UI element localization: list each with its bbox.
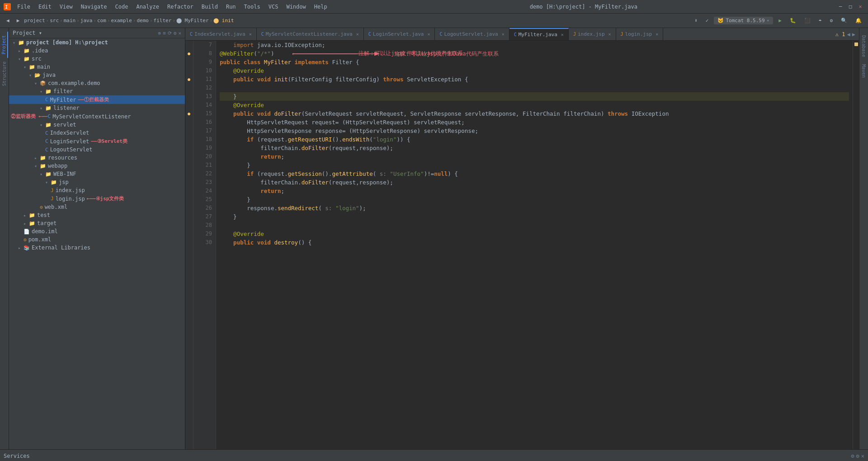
vcs-update-button[interactable]: ⬇ [692,17,700,24]
forward-button[interactable]: ▶ [14,17,23,24]
close-button[interactable]: ✕ [856,3,864,11]
tree-item-servlet-folder[interactable]: ▾ 📁 servlet [9,121,185,129]
services-settings-icon[interactable]: ⚙ [851,453,854,459]
scroll-right-icon[interactable]: ▶ [852,31,855,38]
tree-item-resources[interactable]: ▸ 📁 resources [9,154,185,162]
run-button[interactable]: ▶ [776,17,784,24]
menu-run[interactable]: Run [222,3,240,11]
run-config[interactable]: 🐱 Tomcat 8.5.59 ▾ [714,17,773,24]
close-tab-myfilter[interactable]: ✕ [561,32,564,37]
breadcrumb-example[interactable]: example [111,18,132,24]
close-tab-contextlistener[interactable]: ✕ [356,32,359,37]
settings-tree-icon[interactable]: ⚙ [174,30,177,36]
locate-icon[interactable]: ⊕ [158,30,161,36]
breadcrumb-init[interactable]: ⬤ init [213,18,234,24]
breadcrumb-java[interactable]: java [80,18,93,24]
tab-myfilter[interactable]: C MyFilter.java ✕ [509,28,569,40]
tree-item-target[interactable]: ▸ 📁 target [9,219,185,227]
project-sidebar-icon[interactable]: Project [0,32,8,58]
collapse-icon[interactable]: ≡ [163,30,166,36]
tree-item-java[interactable]: ▾ 📂 java [9,71,185,79]
tree-item-webxml[interactable]: ⚙ web.xml [9,203,185,211]
search-everywhere-button[interactable]: 🔍 [838,17,850,24]
menu-build[interactable]: Build [198,3,222,11]
stop-button[interactable]: ⬛ [802,17,813,24]
tree-item-indexservlet[interactable]: C IndexServlet [9,129,185,137]
editor-scrollbar[interactable] [853,41,859,449]
tab-loginservlet[interactable]: C LoginServlet.java ✕ [364,28,435,40]
breadcrumb-com[interactable]: com [97,18,106,24]
tab-myservletcontextlistener[interactable]: C MyServletContextListener.java ✕ [257,28,364,40]
database-sidebar-icon[interactable]: Database [860,32,867,61]
code-gutter: ● ● ● [185,41,193,449]
tree-item-src[interactable]: ▾ 📁 src [9,55,185,63]
tree-item-contextlistener[interactable]: ②监听器类 ←—— C MyServletContextListener [9,112,185,121]
gutter-17 [185,127,193,135]
vcs-commit-button[interactable]: ✓ [703,17,712,24]
menu-navigate[interactable]: Navigate [77,3,111,11]
tree-item-myfilter[interactable]: C MyFilter ——①拦截器类 [9,95,185,104]
tab-loginjsp[interactable]: J login.jsp ✕ [616,28,664,40]
services-close-icon[interactable]: ✕ [861,453,864,459]
tree-item-webapp[interactable]: ▾ 📁 webapp [9,162,185,170]
scroll-left-icon[interactable]: ◀ [847,31,850,38]
maven-sidebar-icon[interactable]: Maven [860,61,867,81]
tree-item-demoixml[interactable]: 📄 demo.iml [9,227,185,235]
close-tab-loginservlet[interactable]: ✕ [427,32,430,37]
code-line-26: response.sendRedirect( s: "login"); [220,204,849,212]
tab-logoutservlet[interactable]: C LogoutServlet.java ✕ [435,28,509,40]
run-config-dropdown[interactable]: ▾ [767,18,770,24]
menu-analyze[interactable]: Analyze [132,3,163,11]
tree-item-loginservlet[interactable]: C LoginServlet ——③Servlet类 [9,137,185,146]
notifications-button[interactable]: 🔔 [853,17,864,24]
tree-item-indexjsp[interactable]: J index.jsp [9,186,185,194]
breadcrumb-myfilter[interactable]: ⬤ MyFilter [176,18,209,24]
breadcrumb-project[interactable]: project [24,18,45,24]
back-button[interactable]: ◀ [4,17,12,24]
code-content[interactable]: import java.io.IOException; @WebFilter("… [216,41,853,449]
structure-sidebar-icon[interactable]: Structure [1,58,8,89]
close-panel-icon[interactable]: ✕ [178,30,181,36]
breadcrumb-main[interactable]: main [64,18,76,24]
close-tab-logoutservlet[interactable]: ✕ [502,32,505,37]
menu-tools[interactable]: Tools [241,3,264,11]
menu-code[interactable]: Code [112,3,132,11]
close-tab-indexjsp[interactable]: ✕ [609,32,611,37]
tab-indexservlet[interactable]: C IndexServlet.java ✕ [185,28,257,40]
tree-item-test[interactable]: ▸ 📁 test [9,211,185,219]
tree-item-idea[interactable]: ▸ 📁 .idea [9,47,185,55]
tree-item-jsp-folder[interactable]: ▾ 📁 jsp [9,178,185,186]
tree-item-main[interactable]: ▾ 📁 main [9,63,185,71]
warning-icon[interactable]: ⚠ 1 [835,31,845,38]
tree-item-loginjsp[interactable]: J login.jsp ←——④jsp文件类 [9,194,185,203]
maximize-button[interactable]: □ [846,3,854,11]
menu-window[interactable]: Window [283,3,309,11]
minimize-button[interactable]: ─ [836,3,844,11]
tree-root[interactable]: ▾ 📁 project [demo] H:\project [9,38,185,47]
services-gear-icon[interactable]: ⚙ [856,453,859,459]
expand-icon[interactable]: ⟳ [168,30,172,36]
tree-item-package[interactable]: ▾ 📦 com.example.demo [9,79,185,87]
menu-refactor[interactable]: Refactor [164,3,197,11]
menu-file[interactable]: File [14,3,34,11]
breadcrumb-src[interactable]: src [50,18,59,24]
code-line-7: import java.io.IOException; [220,41,849,49]
tree-item-listener[interactable]: ▾ 📁 listener [9,104,185,112]
debug-button[interactable]: 🐛 [787,17,799,24]
tree-item-filter[interactable]: ▾ 📁 filter [9,87,185,95]
breadcrumb-filter[interactable]: filter [154,18,172,24]
tree-item-logoutservlet[interactable]: C LogoutServlet [9,146,185,154]
tree-item-webinf[interactable]: ▾ 📁 WEB-INF [9,170,185,178]
settings-button[interactable]: ⚙ [827,17,835,24]
tree-item-pomxml[interactable]: ⚙ pom.xml [9,235,185,244]
close-tab-indexservlet[interactable]: ✕ [249,32,252,37]
menu-help[interactable]: Help [311,3,331,11]
menu-view[interactable]: View [56,3,76,11]
menu-vcs[interactable]: VCS [265,3,282,11]
run-with-coverage-button[interactable]: ☂ [816,17,825,24]
tree-item-extlibs[interactable]: ▸ 📚 External Libraries [9,244,185,252]
breadcrumb-demo[interactable]: demo [137,18,149,24]
close-tab-loginjsp[interactable]: ✕ [656,32,658,37]
menu-edit[interactable]: Edit [35,3,55,11]
tab-indexjsp[interactable]: J index.jsp ✕ [569,28,616,40]
